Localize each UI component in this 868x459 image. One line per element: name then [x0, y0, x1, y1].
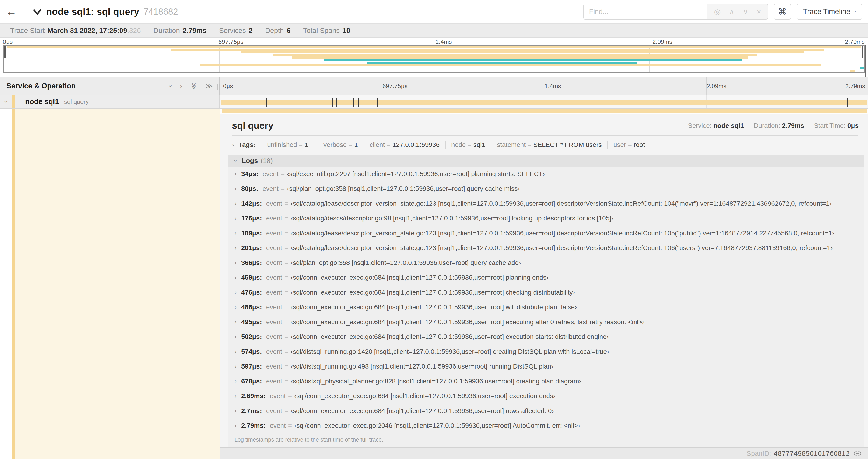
- log-entry-row[interactable]: › 459μs: event = ‹sql/conn_executor_exec…: [228, 270, 864, 285]
- collapse-logs-chevron-icon[interactable]: ›: [232, 160, 239, 162]
- log-entry-row[interactable]: › 495μs: event = ‹sql/conn_executor_exec…: [228, 315, 864, 330]
- axis-tick-label: 2.79ms: [845, 38, 865, 45]
- expand-log-chevron-icon[interactable]: ›: [235, 260, 237, 266]
- detail-span-bar[interactable]: [222, 109, 867, 113]
- tag-item: _verbose=1: [314, 141, 364, 149]
- log-entry-row[interactable]: › 201μs: event = ‹sql/catalog/lease/desc…: [228, 241, 864, 256]
- ruler-label: 1.4ms: [545, 83, 561, 90]
- expand-tags-chevron-icon[interactable]: ›: [232, 142, 234, 148]
- expand-log-chevron-icon[interactable]: ›: [235, 408, 237, 414]
- expand-log-chevron-icon[interactable]: ›: [235, 304, 237, 310]
- expand-log-chevron-icon[interactable]: ›: [235, 200, 237, 207]
- expand-log-chevron-icon[interactable]: ›: [235, 274, 237, 281]
- command-icon: ⌘: [778, 6, 787, 17]
- tag-value: 1: [354, 141, 358, 148]
- expand-log-chevron-icon[interactable]: ›: [235, 245, 237, 251]
- log-field-name: event: [266, 215, 282, 222]
- clear-find-icon[interactable]: ×: [757, 8, 761, 15]
- log-entry-row[interactable]: › 142μs: event = ‹sql/catalog/lease/desc…: [228, 196, 864, 211]
- viewport-left-handle[interactable]: [4, 46, 6, 58]
- next-match-icon[interactable]: ∨: [743, 8, 748, 15]
- equals-sign: =: [284, 303, 288, 311]
- span-row-name-cell[interactable]: › node sql1 sql query: [0, 95, 220, 108]
- log-entry-row[interactable]: › 2.79ms: event = ‹sql/conn_executor_exe…: [228, 418, 864, 433]
- expand-log-chevron-icon[interactable]: ›: [235, 349, 237, 355]
- equals-sign: =: [299, 141, 303, 148]
- log-entry-row[interactable]: › 366μs: event = ‹sql/plan_opt.go:358 [n…: [228, 255, 864, 270]
- log-field-name: event: [266, 274, 282, 281]
- locate-icon[interactable]: ◎: [714, 8, 720, 15]
- collapse-span-chevron-icon[interactable]: ›: [3, 96, 10, 108]
- expand-log-chevron-icon[interactable]: ›: [235, 289, 237, 296]
- log-entry-row[interactable]: › 189μs: event = ‹sql/catalog/lease/desc…: [228, 226, 864, 241]
- minimap-span-bar: [324, 59, 742, 61]
- span-detail-header: sql query Service: node sql1 Duration: 2…: [220, 114, 868, 135]
- tags-row[interactable]: › Tags: _unfinished=1 _verbose=1 client=…: [220, 135, 868, 153]
- span-row-timeline-cell[interactable]: [220, 95, 868, 108]
- log-entry-row[interactable]: › 502μs: event = ‹sql/conn_executor_exec…: [228, 330, 864, 345]
- expand-log-chevron-icon[interactable]: ›: [235, 319, 237, 325]
- service-operation-title: Service & Operation: [6, 82, 75, 90]
- expand-log-chevron-icon[interactable]: ›: [235, 230, 237, 236]
- log-entry-row[interactable]: › 597μs: event = ‹sql/distsql_running.go…: [228, 359, 864, 374]
- span-duration-bar[interactable]: [221, 100, 867, 105]
- log-tick: [331, 98, 331, 107]
- summary-label: Duration: [154, 27, 180, 34]
- summary-value: 10: [343, 27, 350, 34]
- tag-key: client: [370, 141, 385, 148]
- log-entry-row[interactable]: › 34μs: event = ‹sql/exec_util.go:2297 […: [228, 167, 864, 182]
- minimap-span-bar: [850, 69, 856, 72]
- log-timestamp: 2.69ms:: [241, 392, 266, 400]
- detail-span-bar-strip: [220, 109, 868, 114]
- expand-log-chevron-icon[interactable]: ›: [235, 186, 237, 192]
- log-timestamp: 2.7ms:: [241, 407, 262, 415]
- expand-log-chevron-icon[interactable]: ›: [235, 171, 237, 177]
- log-entry-row[interactable]: › 2.69ms: event = ‹sql/conn_executor_exe…: [228, 389, 864, 404]
- expand-log-chevron-icon[interactable]: ›: [235, 215, 237, 222]
- log-entry-row[interactable]: › 678μs: event = ‹sql/distsql_physical_p…: [228, 374, 864, 389]
- log-entry-row[interactable]: › 176μs: event = ‹sql/catalog/descs/desc…: [228, 211, 864, 226]
- log-entry-row[interactable]: › 486μs: event = ‹sql/conn_executor_exec…: [228, 300, 864, 315]
- expand-log-chevron-icon[interactable]: ›: [235, 334, 237, 340]
- span-id-value: 4877749850101760812: [774, 450, 850, 457]
- keyboard-shortcuts-button[interactable]: ⌘: [774, 4, 791, 20]
- collapse-trace-chevron-icon[interactable]: [33, 8, 42, 15]
- expand-one-icon[interactable]: ›: [180, 83, 182, 90]
- viewport-right-handle[interactable]: [862, 46, 863, 58]
- find-input[interactable]: [583, 4, 707, 20]
- logs-list: › 34μs: event = ‹sql/exec_util.go:2297 […: [228, 167, 864, 433]
- back-arrow-icon: ←: [6, 5, 17, 18]
- log-message: ‹sql/conn_executor_exec.go:684 [nsql1,cl…: [291, 289, 575, 296]
- span-row[interactable]: › node sql1 sql query: [0, 95, 868, 109]
- duration-value: 2.79ms: [782, 122, 804, 129]
- minimap-time-axis: 0μs 697.75μs 1.4ms 2.09ms 2.79ms: [0, 38, 868, 45]
- log-message: ‹sql/conn_executor_exec.go:684 [nsql1,cl…: [294, 392, 555, 400]
- log-entry-row[interactable]: › 80μs: event = ‹sql/plan_opt.go:358 [ns…: [228, 182, 864, 196]
- collapse-all-icon[interactable]: ≫: [190, 82, 197, 90]
- log-entry-row[interactable]: › 476μs: event = ‹sql/conn_executor_exec…: [228, 285, 864, 300]
- back-button[interactable]: ←: [0, 0, 23, 23]
- link-icon[interactable]: [854, 450, 862, 457]
- summary-label: Trace Start: [10, 27, 44, 34]
- collapse-one-icon[interactable]: ›: [167, 85, 174, 87]
- logs-header[interactable]: › Logs (18): [228, 155, 864, 167]
- log-field-name: event: [270, 392, 286, 400]
- log-timestamp: 366μs:: [241, 259, 262, 267]
- expand-all-icon[interactable]: ≫: [206, 83, 213, 90]
- equals-sign: =: [528, 141, 531, 148]
- find-controls: ◎ ∧ ∨ ×: [707, 4, 768, 20]
- expand-log-chevron-icon[interactable]: ›: [235, 393, 237, 399]
- log-entry-row[interactable]: › 2.7ms: event = ‹sql/conn_executor_exec…: [228, 403, 864, 418]
- logs-count: (18): [260, 157, 273, 165]
- column-resizer[interactable]: [217, 84, 222, 90]
- expand-log-chevron-icon[interactable]: ›: [235, 378, 237, 384]
- expand-log-chevron-icon[interactable]: ›: [235, 423, 237, 429]
- trace-minimap[interactable]: [3, 45, 865, 73]
- log-timestamp: 34μs:: [241, 170, 258, 178]
- log-entry-row[interactable]: › 574μs: event = ‹sql/distsql_running.go…: [228, 344, 864, 359]
- trace-view-dropdown[interactable]: Trace Timeline ›: [797, 4, 862, 20]
- equals-sign: =: [284, 378, 288, 385]
- prev-match-icon[interactable]: ∧: [729, 8, 734, 15]
- expand-log-chevron-icon[interactable]: ›: [235, 363, 237, 370]
- log-tick: [327, 98, 327, 107]
